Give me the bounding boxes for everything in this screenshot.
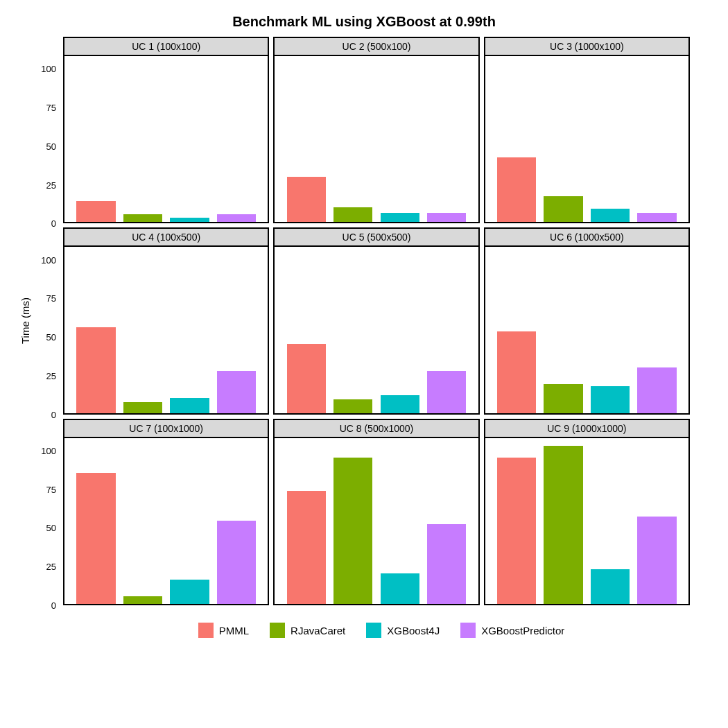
bar-xgboostpredictor (427, 371, 466, 413)
y-tick: 50 (46, 141, 56, 151)
y-tick: 25 (46, 562, 56, 572)
bar-pmml (287, 491, 326, 604)
legend-label: XGBoost4J (387, 625, 440, 636)
bar-rjavacaret (123, 214, 162, 222)
facet-panel: UC 9 (1000x1000) (484, 419, 690, 605)
facet-panel: UC 2 (500x100) (273, 37, 479, 223)
y-tick: 50 (46, 332, 56, 343)
facet-plot (275, 247, 478, 413)
bar-rjavacaret (544, 384, 582, 413)
bar-xgboost4j (591, 386, 630, 413)
facet-label: UC 5 (500x500) (275, 229, 478, 247)
facet-panel: UC 1 (100x100) (63, 37, 269, 223)
facet-plot (275, 56, 478, 222)
legend-item: XGBoost4J (366, 623, 440, 638)
bar-xgboost4j (170, 218, 209, 223)
legend-item: PMML (198, 623, 249, 638)
legend-swatch (366, 623, 381, 638)
y-tick: 100 (41, 64, 56, 74)
legend-item: XGBoostPredictor (460, 623, 564, 638)
bar-xgboost4j (170, 398, 209, 413)
facet-label: UC 1 (100x100) (64, 38, 268, 56)
bar-rjavacaret (333, 458, 372, 604)
bar-xgboost4j (591, 209, 630, 223)
bar-rjavacaret (123, 402, 162, 413)
y-axis-ticks: 0255075100 (31, 227, 59, 414)
bar-pmml (497, 157, 536, 223)
chart-container: Benchmark ML using XGBoost at 0.99th Tim… (14, 14, 714, 638)
facet-label: UC 4 (100x500) (64, 229, 268, 247)
bar-xgboostpredictor (217, 521, 256, 604)
facet-plot (64, 438, 268, 604)
facet-label: UC 2 (500x100) (275, 38, 478, 56)
y-tick: 25 (46, 180, 56, 190)
facet-label: UC 8 (500x1000) (275, 420, 478, 438)
bar-pmml (287, 177, 326, 222)
legend: PMMLRJavaCaretXGBoost4JXGBoostPredictor (14, 623, 714, 638)
y-tick: 75 (46, 103, 56, 113)
facet-grid: 0255075100UC 1 (100x100)UC 2 (500x100)UC… (31, 37, 690, 605)
facet-plot (485, 247, 688, 413)
legend-item: RJavaCaret (270, 623, 345, 638)
bar-xgboostpredictor (637, 367, 676, 413)
bar-pmml (497, 331, 536, 413)
bar-rjavacaret (333, 399, 372, 413)
bar-rjavacaret (544, 196, 582, 222)
y-tick: 0 (51, 409, 56, 419)
legend-swatch (460, 623, 476, 638)
y-tick: 75 (46, 293, 56, 304)
bar-xgboostpredictor (637, 213, 676, 222)
facet-panel: UC 5 (500x500) (273, 227, 479, 414)
y-tick: 25 (46, 370, 56, 381)
bar-rjavacaret (544, 446, 582, 604)
bar-xgboostpredictor (217, 214, 256, 222)
bar-xgboostpredictor (427, 213, 466, 222)
bar-pmml (76, 473, 115, 604)
facet-panel: UC 4 (100x500) (63, 227, 269, 414)
bar-xgboost4j (381, 573, 419, 604)
legend-swatch (270, 623, 285, 638)
bar-rjavacaret (123, 596, 162, 604)
facet-label: UC 3 (1000x100) (485, 38, 688, 56)
facet-plot (275, 438, 478, 604)
legend-label: RJavaCaret (291, 625, 345, 636)
y-tick: 100 (41, 445, 56, 456)
bar-xgboostpredictor (217, 371, 256, 413)
facet-plot (64, 247, 268, 413)
chart-title: Benchmark ML using XGBoost at 0.99th (14, 14, 714, 30)
facet-label: UC 7 (100x1000) (64, 420, 268, 438)
facet-plot (485, 438, 688, 604)
y-axis-label: Time (ms) (14, 37, 31, 605)
y-tick: 0 (51, 218, 56, 229)
facet-panel: UC 3 (1000x100) (484, 37, 690, 223)
bar-pmml (76, 201, 115, 222)
bar-pmml (287, 344, 326, 413)
bar-pmml (497, 458, 536, 604)
facet-panel: UC 7 (100x1000) (63, 419, 269, 605)
bar-xgboost4j (381, 395, 419, 413)
bar-xgboostpredictor (427, 524, 466, 604)
facet-panel: UC 6 (1000x500) (484, 227, 690, 414)
facet-plot (64, 56, 268, 222)
bar-xgboost4j (170, 580, 209, 604)
bar-rjavacaret (333, 207, 372, 223)
bar-xgboostpredictor (637, 517, 676, 604)
y-tick: 100 (41, 254, 56, 265)
facet-label: UC 9 (1000x1000) (485, 420, 688, 438)
y-axis-ticks: 0255075100 (31, 419, 59, 605)
y-axis-ticks: 0255075100 (31, 37, 59, 223)
facet-label: UC 6 (1000x500) (485, 229, 688, 247)
legend-label: XGBoostPredictor (481, 625, 564, 636)
legend-swatch (198, 623, 214, 638)
legend-label: PMML (219, 625, 249, 636)
facet-panel: UC 8 (500x1000) (273, 419, 479, 605)
y-tick: 50 (46, 523, 56, 533)
bar-xgboost4j (381, 213, 419, 222)
y-tick: 75 (46, 484, 56, 494)
y-tick: 0 (51, 600, 56, 611)
bar-xgboost4j (591, 569, 630, 604)
facet-plot (485, 56, 688, 222)
bar-pmml (76, 327, 115, 413)
